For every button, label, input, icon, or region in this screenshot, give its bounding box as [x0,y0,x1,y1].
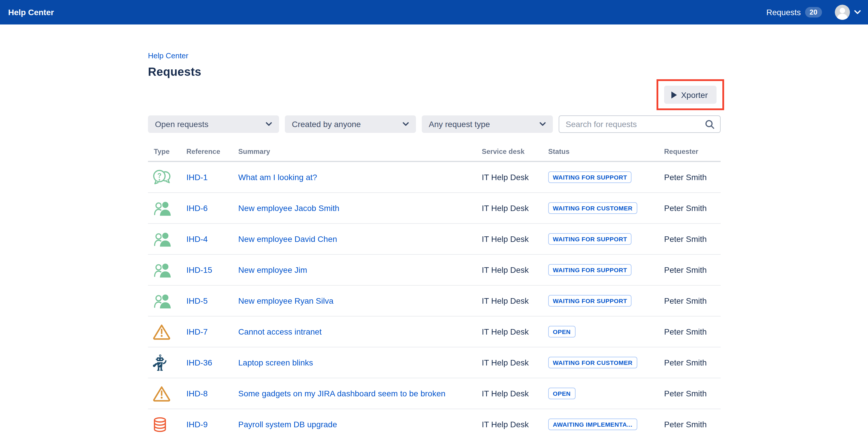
request-table-row[interactable]: IHD-7 Cannot access intranet IT Help Des… [148,317,721,347]
request-reference-link[interactable]: IHD-4 [186,234,208,244]
status-badge: OPEN [548,326,575,338]
user-menu-button[interactable] [835,5,861,20]
search-input[interactable] [564,119,705,129]
request-table-row[interactable]: IHD-36 Laptop screen blinks IT Help Desk… [148,347,721,378]
service-desk-label: IT Help Desk [482,327,548,336]
search-box [559,115,721,133]
xporter-button[interactable]: Xporter [664,86,716,104]
request-summary-link[interactable]: Payroll system DB upgrade [238,420,337,429]
status-badge: WAITING FOR SUPPORT [548,295,632,307]
column-header-requester: Requester [664,147,721,156]
requester-label: Peter Smith [664,296,721,306]
column-header-summary: Summary [238,147,482,156]
filter-bar: Open requests Created by anyone Any requ… [148,115,721,133]
request-table-row[interactable]: IHD-6 New employee Jacob Smith IT Help D… [148,193,721,224]
requests-nav-link[interactable]: Requests 20 [766,7,822,18]
request-reference-link[interactable]: IHD-1 [186,173,208,182]
requests-count-badge: 20 [805,7,822,18]
status-badge: WAITING FOR SUPPORT [548,171,632,183]
creator-filter-value: Created by anyone [292,119,361,129]
creator-filter-dropdown[interactable]: Created by anyone [285,115,416,133]
request-type-filter-dropdown[interactable]: Any request type [422,115,553,133]
status-badge: WAITING FOR SUPPORT [548,233,632,245]
requests-table-header: Type Reference Summary Service desk Stat… [148,142,721,162]
column-header-service-desk: Service desk [482,147,548,156]
breadcrumb: Help Center [148,51,721,61]
requester-label: Peter Smith [664,389,721,398]
request-reference-link[interactable]: IHD-6 [186,203,208,213]
request-summary-link[interactable]: New employee Jacob Smith [238,203,339,213]
service-desk-label: IT Help Desk [482,203,548,213]
status-badge: WAITING FOR CUSTOMER [548,202,637,214]
requester-label: Peter Smith [664,173,721,182]
page-title: Requests [148,64,721,79]
xporter-button-label: Xporter [681,90,708,99]
status-badge: WAITING FOR SUPPORT [548,264,632,276]
topbar-right: Requests 20 [766,5,861,20]
request-reference-link[interactable]: IHD-36 [186,358,212,367]
question-bubbles-icon: ? [148,169,186,185]
request-reference-link[interactable]: IHD-9 [186,420,208,429]
service-desk-label: IT Help Desk [482,389,548,398]
search-icon [705,119,715,129]
request-reference-link[interactable]: IHD-5 [186,296,208,306]
requester-label: Peter Smith [664,358,721,367]
request-reference-link[interactable]: IHD-15 [186,265,212,274]
requester-label: Peter Smith [664,265,721,274]
svg-text:?: ? [157,172,161,179]
request-summary-link[interactable]: Cannot access intranet [238,327,321,336]
requester-label: Peter Smith [664,327,721,336]
requester-label: Peter Smith [664,420,721,429]
request-summary-link[interactable]: Some gadgets on my JIRA dashboard seem t… [238,389,445,398]
request-type-filter-value: Any request type [429,119,490,129]
requester-label: Peter Smith [664,203,721,213]
database-icon [148,416,186,432]
status-badge: WAITING FOR CUSTOMER [548,357,637,368]
request-reference-link[interactable]: IHD-7 [186,327,208,336]
avatar-icon [835,5,850,20]
request-summary-link[interactable]: What am I looking at? [238,173,317,182]
robot-icon [148,354,186,371]
request-summary-link[interactable]: New employee Ryan Silva [238,296,334,306]
service-desk-label: IT Help Desk [482,234,548,244]
status-badge: OPEN [548,388,575,399]
request-reference-link[interactable]: IHD-8 [186,389,208,398]
request-table-row[interactable]: IHD-9 Payroll system DB upgrade IT Help … [148,409,721,436]
request-summary-link[interactable]: New employee David Chen [238,234,337,244]
requests-table-body: ? IHD-1 What am I looking at? IT Help De… [148,162,721,436]
annotation-highlight-box: Xporter [656,79,724,110]
request-table-row[interactable]: IHD-5 New employee Ryan Silva IT Help De… [148,286,721,317]
people-icon [148,200,186,216]
status-filter-dropdown[interactable]: Open requests [148,115,279,133]
top-bar: Help Center Requests 20 [0,0,868,25]
request-table-row[interactable]: IHD-15 New employee Jim IT Help Desk WAI… [148,255,721,286]
chevron-down-icon [539,122,546,126]
help-center-page: Help Center Requests 20 Help Center Re [0,0,868,436]
main-content: Help Center Requests Xporter Open reques… [148,25,721,436]
request-table-row[interactable]: ? IHD-1 What am I looking at? IT Help De… [148,162,721,193]
service-desk-label: IT Help Desk [482,265,548,274]
requests-nav-label: Requests [766,7,801,17]
warning-icon [148,385,186,402]
service-desk-label: IT Help Desk [482,420,548,429]
breadcrumb-help-center-link[interactable]: Help Center [148,51,188,60]
chevron-down-icon [403,122,409,126]
brand-link[interactable]: Help Center [8,7,54,17]
requests-table: Type Reference Summary Service desk Stat… [148,142,721,436]
people-icon [148,261,186,278]
chevron-down-icon [854,10,861,14]
play-icon [671,91,678,99]
people-icon [148,292,186,309]
status-badge: AWAITING IMPLEMENTA... [548,418,637,430]
request-summary-link[interactable]: Laptop screen blinks [238,358,313,367]
chevron-down-icon [266,122,272,126]
column-header-status: Status [548,147,664,156]
request-table-row[interactable]: IHD-4 New employee David Chen IT Help De… [148,224,721,255]
request-table-row[interactable]: IHD-8 Some gadgets on my JIRA dashboard … [148,378,721,409]
service-desk-label: IT Help Desk [482,173,548,182]
request-summary-link[interactable]: New employee Jim [238,265,307,274]
requester-label: Peter Smith [664,234,721,244]
service-desk-label: IT Help Desk [482,358,548,367]
column-header-type: Type [148,147,186,156]
status-filter-value: Open requests [155,119,209,129]
